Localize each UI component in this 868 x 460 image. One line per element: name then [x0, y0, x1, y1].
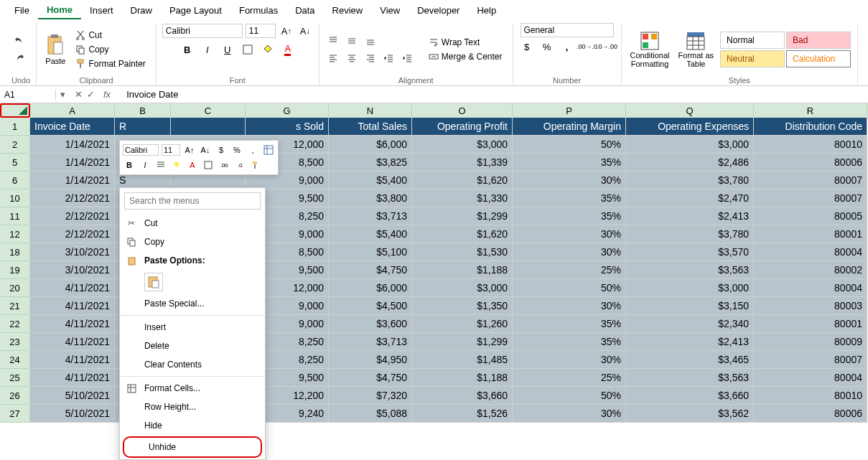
header-cell[interactable]: Operating Margin [513, 118, 626, 136]
data-cell[interactable]: $1,299 [412, 333, 513, 351]
data-cell[interactable]: $3,713 [329, 207, 412, 225]
data-cell[interactable]: 80007 [754, 351, 867, 369]
row-header[interactable]: 10 [0, 189, 30, 207]
data-cell[interactable]: $4,500 [329, 297, 412, 315]
data-cell[interactable]: $5,400 [329, 225, 412, 243]
data-cell[interactable]: 80004 [754, 243, 867, 261]
border-button[interactable] [240, 42, 256, 57]
row-header[interactable]: 6 [0, 172, 30, 189]
fx-icon[interactable]: fx [99, 89, 115, 100]
row-header[interactable]: 23 [0, 333, 30, 351]
cancel-formula-icon[interactable]: ✕ [75, 89, 83, 100]
menu-insert[interactable]: Insert [120, 318, 265, 337]
data-cell[interactable]: $3,000 [626, 136, 754, 154]
data-cell[interactable]: $1,188 [412, 261, 513, 279]
header-cell[interactable]: R [115, 118, 171, 136]
data-cell[interactable]: 30% [513, 225, 626, 243]
data-cell[interactable]: $3,150 [626, 297, 754, 315]
data-cell[interactable]: 2/12/2021 [30, 207, 115, 225]
menu-row-height[interactable]: Row Height... [120, 398, 265, 416]
data-cell[interactable]: $4,950 [329, 351, 412, 369]
data-cell[interactable]: 30% [513, 243, 626, 261]
data-cell[interactable]: $3,800 [329, 189, 412, 207]
row-header[interactable]: 1 [0, 118, 30, 136]
align-left-icon[interactable] [325, 50, 341, 66]
data-cell[interactable]: 1/14/2021 [30, 136, 115, 154]
header-cell[interactable]: Operating Profit [412, 118, 513, 136]
data-cell[interactable]: $2,413 [626, 333, 754, 351]
col-header-Q[interactable]: Q [626, 103, 754, 118]
data-cell[interactable]: 30% [513, 297, 626, 315]
row-header[interactable]: 19 [0, 261, 30, 279]
data-cell[interactable]: $3,563 [626, 261, 754, 279]
data-cell[interactable]: $2,470 [626, 189, 754, 207]
data-cell[interactable]: $3,660 [412, 387, 513, 405]
data-cell[interactable]: 50% [513, 136, 626, 154]
data-cell[interactable]: 4/11/2021 [30, 333, 115, 351]
align-middle-icon[interactable] [344, 33, 360, 49]
select-all-button[interactable] [0, 103, 30, 118]
col-header-N[interactable]: N [329, 103, 412, 118]
currency-icon[interactable]: $ [519, 39, 535, 55]
mini-border-icon[interactable] [202, 159, 215, 172]
cut-button[interactable]: Cut [71, 29, 149, 42]
mini-font-size[interactable] [162, 144, 180, 156]
wrap-text-button[interactable]: Wrap Text [424, 36, 507, 49]
data-cell[interactable]: 80001 [754, 315, 867, 333]
decrease-decimal-icon[interactable]: .0→.00 [599, 39, 615, 55]
merge-center-button[interactable]: Merge & Center [424, 50, 507, 63]
col-header-C[interactable]: C [171, 103, 246, 118]
row-header[interactable]: 25 [0, 369, 30, 387]
data-cell[interactable]: 35% [513, 207, 626, 225]
menu-data[interactable]: Data [286, 2, 323, 19]
row-header[interactable]: 11 [0, 207, 30, 225]
data-cell[interactable]: 35% [513, 315, 626, 333]
menu-format-cells[interactable]: Format Cells... [120, 379, 265, 398]
align-bottom-icon[interactable] [363, 33, 378, 49]
data-cell[interactable]: 80007 [754, 172, 867, 189]
paste-default-icon[interactable] [144, 273, 163, 291]
undo-button[interactable] [11, 33, 27, 49]
percent-icon[interactable]: % [539, 39, 555, 55]
data-cell[interactable]: 80006 [754, 405, 867, 423]
mini-dec-decimal-icon[interactable]: .0 [233, 159, 246, 172]
data-cell[interactable]: $3,600 [329, 315, 412, 333]
row-header[interactable]: 26 [0, 387, 30, 405]
data-cell[interactable]: $1,485 [412, 351, 513, 369]
data-cell[interactable]: 30% [513, 351, 626, 369]
data-cell[interactable]: 80010 [754, 136, 867, 154]
redo-button[interactable] [11, 50, 27, 66]
data-cell[interactable]: $3,000 [412, 136, 513, 154]
data-cell[interactable]: $3,825 [329, 154, 412, 172]
underline-button[interactable]: U [220, 42, 235, 57]
menu-clear-contents[interactable]: Clear Contents [120, 355, 265, 374]
menu-unhide[interactable]: Unhide [123, 436, 262, 458]
data-cell[interactable]: 4/11/2021 [30, 315, 115, 333]
font-name-select[interactable] [162, 24, 243, 38]
data-cell[interactable]: 80007 [754, 189, 867, 207]
data-cell[interactable]: $3,780 [626, 172, 754, 189]
data-cell[interactable]: $1,526 [412, 405, 513, 423]
data-cell[interactable]: $4,750 [329, 261, 412, 279]
data-cell[interactable]: 80006 [754, 154, 867, 172]
header-cell[interactable]: Invoice Date [30, 118, 115, 136]
data-cell[interactable]: 30% [513, 172, 626, 189]
data-cell[interactable]: $5,088 [329, 405, 412, 423]
mini-font-name[interactable] [123, 144, 159, 156]
data-cell[interactable]: $2,340 [626, 315, 754, 333]
row-header[interactable]: 12 [0, 225, 30, 243]
mini-bold-icon[interactable]: B [123, 159, 136, 172]
data-cell[interactable]: 3/10/2021 [30, 243, 115, 261]
data-cell[interactable]: 4/11/2021 [30, 351, 115, 369]
col-header-A[interactable]: A [30, 103, 115, 118]
data-cell[interactable]: $7,320 [329, 387, 412, 405]
data-cell[interactable]: 5/10/2021 [30, 387, 115, 405]
data-cell[interactable]: 80009 [754, 333, 867, 351]
data-cell[interactable]: $6,000 [329, 279, 412, 297]
row-header[interactable]: 22 [0, 315, 30, 333]
menu-hide[interactable]: Hide [120, 416, 265, 435]
style-calculation[interactable]: Calculation [786, 50, 851, 67]
data-cell[interactable]: $1,188 [412, 369, 513, 387]
data-cell[interactable]: 4/11/2021 [30, 369, 115, 387]
data-cell[interactable]: 80002 [754, 261, 867, 279]
